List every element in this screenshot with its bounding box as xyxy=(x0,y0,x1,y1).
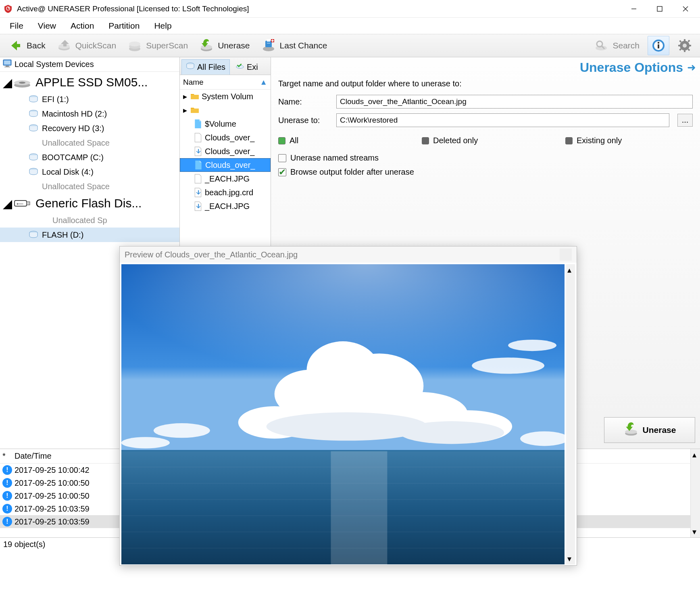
minimize-button[interactable] xyxy=(621,1,647,17)
tree-vol-macintosh[interactable]: Macintosh HD (2:) xyxy=(0,107,179,121)
preview-image xyxy=(121,264,565,564)
titlebar: Active@ UNERASER Professional [Licensed … xyxy=(0,0,700,18)
scroll-up-icon[interactable]: ▴ xyxy=(692,450,696,460)
volume-icon xyxy=(28,124,39,133)
svg-text:⟵: ⟵ xyxy=(17,201,23,207)
unerase-options-title: Unerase Options xyxy=(580,60,683,75)
radio-existing[interactable]: Existing only xyxy=(565,136,693,145)
checkbox-checked-icon: ✔ xyxy=(278,168,286,176)
tree-vol-localdisk[interactable]: Local Disk (4:) xyxy=(0,165,179,179)
tree-vol-efi[interactable]: EFI (1:) xyxy=(0,92,179,107)
preview-titlebar[interactable]: Preview of Clouds_over_the_Atlantic_Ocea… xyxy=(120,246,577,263)
scroll-up-icon[interactable]: ▴ xyxy=(567,265,571,275)
tree-vol-bootcamp[interactable]: BOOTCAMP (C:) xyxy=(0,150,179,165)
info-badge-icon: ! xyxy=(2,478,12,488)
file-row[interactable]: beach.jpg.crd xyxy=(180,186,271,199)
quickscan-icon xyxy=(57,38,71,53)
tree-vol-flash-selected[interactable]: FLASH (D:) xyxy=(0,228,179,242)
maximize-button[interactable] xyxy=(647,1,673,17)
menu-view[interactable]: View xyxy=(31,19,63,33)
file-row[interactable]: Clouds_over_ xyxy=(180,131,271,144)
menu-action[interactable]: Action xyxy=(63,19,101,33)
svg-rect-32 xyxy=(688,40,690,42)
svg-rect-27 xyxy=(684,50,685,52)
radio-icon xyxy=(565,137,573,144)
svg-rect-57 xyxy=(331,451,388,564)
svg-rect-37 xyxy=(4,67,10,67)
svg-rect-28 xyxy=(678,45,681,46)
expand-icon[interactable]: ▸ xyxy=(183,105,190,115)
unerase-button[interactable]: Unerase xyxy=(194,36,255,55)
tab-all-files[interactable]: All Files xyxy=(181,59,230,75)
checkbox-icon xyxy=(278,154,286,162)
unerase-icon xyxy=(623,422,639,439)
file-row[interactable]: _EACH.JPG xyxy=(180,172,271,186)
radio-icon xyxy=(422,137,429,144)
volume-icon xyxy=(28,95,39,104)
sort-asc-icon: ▲ xyxy=(260,78,267,87)
info-button[interactable] xyxy=(648,36,669,55)
file-row[interactable]: $Volume xyxy=(180,117,271,131)
tree-disk-apple[interactable]: ◢ APPLE SSD SM05... xyxy=(0,73,179,92)
info-badge-icon: ! xyxy=(2,517,12,526)
devices-tree: ◢ APPLE SSD SM05... EFI (1:) Macintosh H… xyxy=(0,72,179,243)
close-button[interactable] xyxy=(673,1,698,17)
quickscan-button[interactable]: QuickScan xyxy=(51,36,122,55)
disk-icon xyxy=(186,62,195,72)
svg-point-25 xyxy=(683,44,687,48)
unerase-action-button[interactable]: Unerase xyxy=(604,417,695,443)
svg-rect-47 xyxy=(27,202,30,205)
devices-label: Local System Devices xyxy=(15,60,94,69)
menu-help[interactable]: Help xyxy=(147,19,179,33)
preview-scrollbar[interactable]: ▴ ▾ xyxy=(566,264,575,564)
scroll-down-icon[interactable]: ▾ xyxy=(567,554,571,564)
file-row[interactable]: _EACH.JPG xyxy=(180,199,271,213)
back-button[interactable]: Back xyxy=(2,36,51,55)
superscan-icon xyxy=(127,38,142,53)
preview-window[interactable]: Preview of Clouds_over_the_Atlantic_Ocea… xyxy=(119,246,577,566)
collapse-icon[interactable]: ◢ xyxy=(3,199,11,207)
devices-header: Local System Devices xyxy=(0,57,179,72)
check-browse-after[interactable]: ✔Browse output folder after unerase xyxy=(278,165,693,179)
path-label: Unerase to: xyxy=(278,116,331,125)
info-badge-icon: ! xyxy=(2,491,12,501)
check-streams[interactable]: Unerase named streams xyxy=(278,151,693,165)
tree-unallocated[interactable]: Unallocated Sp xyxy=(0,213,179,228)
hdd-icon xyxy=(12,78,32,87)
file-row[interactable]: Clouds_over_ xyxy=(180,144,271,158)
radio-deleted[interactable]: Deleted only xyxy=(422,136,549,145)
tree-disk-flash[interactable]: ◢ ⟵ Generic Flash Dis... xyxy=(0,194,179,213)
column-header-name[interactable]: Name ▲ xyxy=(180,75,271,90)
svg-point-66 xyxy=(399,421,504,444)
menubar: File View Action Partition Help xyxy=(0,18,700,34)
tree-vol-recovery[interactable]: Recovery HD (3:) xyxy=(0,121,179,136)
settings-button[interactable] xyxy=(672,36,698,55)
unerase-icon xyxy=(199,38,214,53)
info-icon xyxy=(651,38,666,53)
browse-button[interactable]: ... xyxy=(677,114,693,127)
folder-icon xyxy=(190,106,199,115)
name-input[interactable] xyxy=(336,95,693,109)
path-input[interactable] xyxy=(336,113,669,127)
check-disk-icon xyxy=(235,62,244,72)
file-row-folder[interactable]: ▸System Volum xyxy=(180,90,271,103)
tab-existing[interactable]: Exi xyxy=(231,59,262,75)
expand-icon[interactable]: ▸ xyxy=(183,92,190,101)
lastchance-button[interactable]: Last Chance xyxy=(256,36,333,55)
collapse-icon[interactable]: ◢ xyxy=(3,78,11,86)
svg-point-40 xyxy=(19,82,25,84)
next-arrow-icon[interactable]: ➜ xyxy=(687,61,696,74)
tree-unallocated[interactable]: Unallocated Space xyxy=(0,179,179,194)
radio-all[interactable]: All xyxy=(278,136,406,145)
file-row-selected[interactable]: Clouds_over_ xyxy=(180,158,271,172)
file-row-folder[interactable]: ▸ xyxy=(180,103,271,117)
menu-file[interactable]: File xyxy=(2,19,31,33)
superscan-button[interactable]: SuperScan xyxy=(122,36,194,55)
tree-unallocated[interactable]: Unallocated Space xyxy=(0,136,179,150)
preview-close-button[interactable] xyxy=(560,249,572,261)
log-scrollbar[interactable]: ▴ ▾ xyxy=(690,449,700,537)
menu-partition[interactable]: Partition xyxy=(101,19,147,33)
search-button[interactable]: Search xyxy=(588,36,645,55)
app-icon xyxy=(3,4,13,14)
scroll-down-icon[interactable]: ▾ xyxy=(692,527,696,537)
